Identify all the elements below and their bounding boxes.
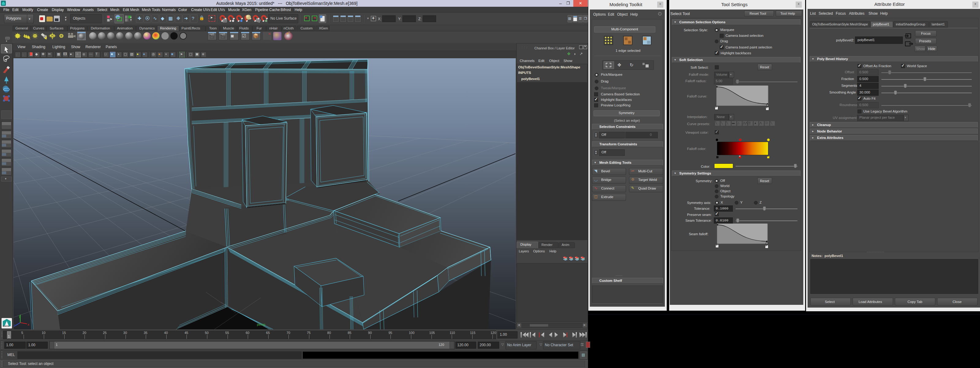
svg-text:persp: persp xyxy=(257,323,266,326)
svg-text:x: x xyxy=(27,323,29,326)
svg-text:y: y xyxy=(19,314,21,318)
svg-text:z: z xyxy=(14,323,16,327)
